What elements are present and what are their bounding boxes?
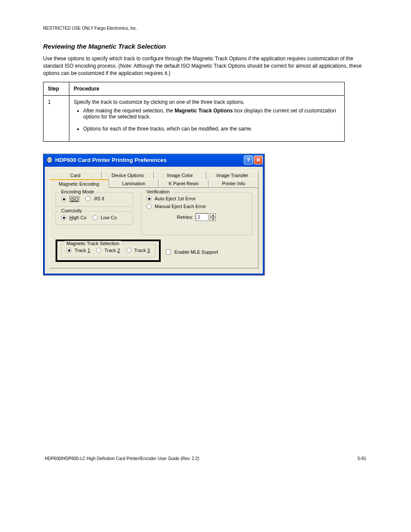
encoding-mode-group: Encoding Mode ISO JIS II	[56, 192, 133, 207]
tab-image-transfer[interactable]: Image Transfer	[206, 171, 259, 179]
track-selection-legend: Magnetic Track Selection	[65, 241, 121, 246]
tab-device-options[interactable]: Device Options	[102, 171, 154, 179]
printer-icon	[46, 156, 53, 163]
stepper-up-icon: ▲	[210, 213, 216, 217]
bullet-1: After making the required selection, the…	[83, 108, 340, 120]
enable-mle-label: Enable MLE Support	[174, 249, 218, 255]
radio-icon	[96, 248, 101, 253]
verification-group: Verification Auto Eject 1st Error	[141, 192, 252, 235]
tab-magnetic-encoding[interactable]: Magnetic Encoding	[49, 179, 109, 188]
tab-k-panel-resin[interactable]: K Panel Resin	[159, 179, 209, 188]
tab-printer-info[interactable]: Printer Info	[209, 179, 258, 188]
radio-track-1[interactable]: Track 1	[66, 248, 90, 253]
radio-icon	[146, 204, 152, 209]
radio-iso-label: ISO	[70, 196, 78, 202]
track3-text: Track	[134, 248, 147, 253]
table-row: 1 Specify the track to customize by clic…	[44, 96, 345, 142]
table-header-procedure: Procedure	[69, 82, 345, 96]
procedure-cell: Specify the track to customize by clicki…	[69, 96, 345, 142]
radio-jis-label: JIS II	[93, 196, 104, 201]
highlight-box: Magnetic Track Selection Track 1	[56, 240, 161, 262]
section-title: Reviewing the Magnetic Track Selection	[43, 43, 368, 50]
bullet-2: Options for each of the three tracks, wh…	[83, 126, 340, 132]
track3-num: 3	[147, 248, 150, 253]
close-icon: ✕	[256, 157, 261, 163]
window-title: HDP600 Card Printer Printing Preferences	[55, 157, 244, 163]
radio-auto-eject[interactable]: Auto Eject 1st Error	[146, 196, 246, 201]
tab-card[interactable]: Card	[49, 171, 102, 179]
dialog-window: HDP600 Card Printer Printing Preferences…	[43, 154, 265, 275]
svg-rect-2	[48, 161, 51, 162]
procedure-table: Step Procedure 1 Specify the track to cu…	[43, 82, 345, 142]
radio-track-3[interactable]: Track 3	[126, 248, 150, 253]
checkbox-icon	[166, 249, 171, 255]
coercivity-legend: Coercivity	[59, 208, 84, 213]
stepper-down-icon: ▼	[210, 217, 216, 221]
track1-num: 1	[87, 248, 90, 253]
verification-legend: Verification	[145, 189, 171, 194]
proc-intro: Specify the track to customize by clicki…	[74, 99, 245, 105]
titlebar[interactable]: HDP600 Card Printer Printing Preferences…	[44, 154, 264, 165]
track2-num: 2	[117, 248, 120, 253]
page-header-text: RESTRICTED USE ONLY Fargo Electronics, I…	[43, 26, 368, 31]
radio-icon	[61, 215, 66, 220]
step-cell: 1	[44, 96, 69, 142]
radio-manual-eject-label: Manual Eject Each Error	[155, 204, 206, 209]
radio-low-co-label: Low Co	[101, 215, 117, 220]
help-icon: ?	[247, 157, 250, 163]
retries-stepper[interactable]: ▲ ▼	[210, 213, 216, 221]
radio-icon	[61, 196, 66, 202]
track-selection-group: Magnetic Track Selection Track 1	[61, 244, 156, 258]
svg-rect-1	[48, 157, 51, 159]
tab-image-color[interactable]: Image Color	[154, 171, 206, 179]
radio-icon	[126, 248, 131, 253]
radio-auto-eject-label: Auto Eject 1st Error	[155, 196, 196, 201]
bullet1-prefix: After making the required selection, the	[83, 108, 174, 114]
close-button[interactable]: ✕	[254, 156, 263, 165]
intro-paragraph: Use these options to specify which track…	[43, 55, 368, 77]
radio-low-co[interactable]: Low Co	[93, 215, 117, 220]
footer-left: HDP600/HDP600-LC High Definition Card Pr…	[45, 456, 199, 461]
track2-text: Track	[104, 248, 117, 253]
enable-mle-checkbox[interactable]: Enable MLE Support	[166, 249, 218, 255]
radio-track-2[interactable]: Track 2	[96, 248, 120, 253]
radio-icon	[93, 215, 98, 220]
radio-icon	[66, 248, 72, 253]
radio-manual-eject[interactable]: Manual Eject Each Error	[146, 204, 246, 209]
retries-label: Retries:	[177, 215, 193, 220]
coercivity-group: Coercivity High Co Low Co	[56, 211, 133, 225]
radio-high-co[interactable]: High Co	[61, 215, 87, 220]
encoding-mode-legend: Encoding Mode	[59, 189, 96, 194]
table-header-step: Step	[44, 82, 69, 96]
bullet1-bold: Magnetic Track Options	[174, 108, 233, 114]
page-footer: HDP600/HDP600-LC High Definition Card Pr…	[43, 456, 368, 461]
radio-jis[interactable]: JIS II	[85, 196, 104, 201]
radio-high-co-label: igh Co	[73, 215, 87, 220]
radio-iso[interactable]: ISO	[61, 196, 79, 202]
tab-lamination[interactable]: Lamination	[109, 179, 159, 188]
track1-text: Track	[75, 248, 87, 253]
retries-input[interactable]: 2	[196, 213, 209, 221]
help-button[interactable]: ?	[244, 156, 253, 165]
radio-icon	[146, 196, 152, 201]
radio-icon	[85, 196, 90, 201]
footer-right: 5-81	[358, 456, 366, 461]
